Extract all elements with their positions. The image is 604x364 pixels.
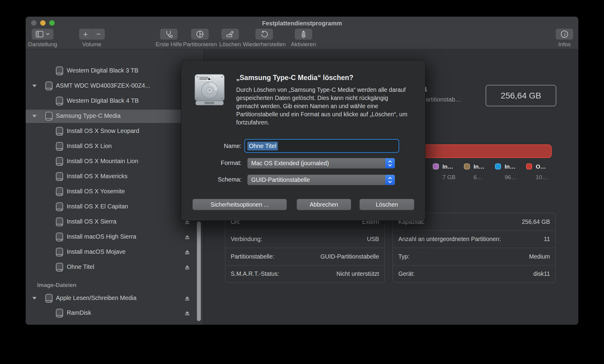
info-value: 256,64 GB [522, 218, 550, 225]
erase-toolbar-button[interactable] [221, 29, 239, 40]
restore-button[interactable] [255, 29, 273, 40]
view-button[interactable] [32, 29, 53, 40]
screenshot-stage: Festplattendienstprogramm Darstellung + … [0, 0, 604, 364]
hard-disk-icon [194, 74, 225, 107]
drive-icon [55, 232, 64, 242]
erase-toolbar-label: Löschen [219, 41, 241, 48]
sidebar-section-header: Image-Dateien [37, 282, 76, 288]
sidebar-item[interactable]: Install OS X El Capitan [26, 200, 198, 214]
remove-volume-button[interactable]: − [92, 29, 105, 40]
sidebar-item[interactable]: ASMT WDC WD4003FZEX-00Z4... [26, 79, 198, 93]
sidebar: Western Digital Black 3 TB [26, 49, 198, 325]
sidebar-item[interactable]: RamDisk [26, 307, 198, 320]
format-select[interactable]: Mac OS Extended (journaled) [247, 158, 395, 169]
drive-icon [55, 202, 64, 212]
sidebar-item-label: Install OS X Lion [67, 143, 112, 150]
info-label: Typ: [398, 253, 410, 260]
eject-icon[interactable] [185, 311, 190, 316]
legend-item: In… 7 GB [433, 163, 455, 181]
sidebar-item[interactable]: Install macOS High Sierra [26, 230, 198, 244]
info-label: S.M.A.R.T.-Status: [231, 270, 279, 277]
sidebar-item-label: ASMT WDC WD4003FZEX-00Z4... [56, 82, 150, 89]
schema-select[interactable]: GUID-Partitionstabelle [247, 175, 395, 185]
sidebar-item-label: Western DIgital Black 4 TB [67, 97, 139, 104]
svg-text:i: i [564, 31, 566, 37]
drive-icon [55, 127, 64, 136]
view-label: Darstellung [28, 41, 57, 48]
sidebar-item[interactable]: Samsung Type-C Media [26, 110, 198, 123]
sidebar-item[interactable]: Western DIgital Black 4 TB [26, 95, 198, 108]
disclosure-triangle-icon[interactable] [32, 85, 37, 88]
info-label: Partitionstabelle: [231, 253, 274, 260]
name-field-label: Name: [193, 143, 242, 150]
device-subtitle-fragment: artitionstab… [426, 96, 461, 103]
legend-label: O… [536, 163, 546, 170]
drive-icon [55, 172, 64, 182]
legend-swatch [526, 163, 532, 169]
restore-icon [261, 31, 268, 38]
drive-icon [55, 66, 64, 76]
partition-label: Partitionieren [183, 41, 217, 48]
first-aid-button[interactable] [160, 29, 178, 40]
sidebar-item[interactable]: Install OS X Mavericks [26, 170, 198, 183]
name-input[interactable]: Ohne Titel [244, 139, 399, 153]
legend-value: 7 GB [442, 174, 455, 181]
erase-confirm-button[interactable]: Löschen [359, 199, 414, 210]
drive-icon [55, 263, 64, 272]
info-value: disk11 [533, 270, 550, 277]
sidebar-item-label: Install OS X Mavericks [67, 173, 127, 180]
sidebar-item[interactable]: Install macOS Mojave [26, 246, 198, 259]
erase-icon [226, 31, 234, 38]
sidebar-item[interactable]: Western Digital Black 3 TB [26, 64, 198, 78]
info-value: Medium [529, 253, 550, 260]
sidebar-item[interactable]: Apple Lesen/Schreiben Media [26, 292, 198, 305]
eject-icon[interactable] [185, 250, 190, 255]
disclosure-triangle-icon[interactable] [32, 297, 37, 300]
sidebar-item[interactable]: Install OS X Mountain Lion [26, 155, 198, 168]
legend-value: 10… [536, 174, 548, 181]
legend-item: O… 10… [526, 163, 548, 181]
volume-label: Volume [82, 41, 101, 48]
format-field-label: Format: [193, 159, 242, 166]
drive-icon [55, 157, 64, 166]
eject-icon[interactable] [185, 235, 190, 240]
disclosure-triangle-icon[interactable] [32, 115, 37, 118]
sidebar-item-label: Install macOS High Sierra [67, 233, 136, 240]
legend-label: In… [474, 163, 484, 170]
legend-label: In… [505, 163, 516, 170]
info-value: 11 [544, 236, 550, 243]
legend-value: 96… [505, 174, 517, 181]
info-value: USB [367, 236, 379, 243]
mount-button[interactable] [295, 29, 312, 40]
legend-swatch [495, 163, 501, 169]
sidebar-item-label: Install OS X El Capitan [67, 203, 128, 210]
sidebar-scrollbar[interactable] [197, 221, 201, 321]
sidebar-item[interactable]: Ohne Titel [26, 261, 198, 274]
info-icon: i [561, 30, 568, 38]
name-input-selected-text: Ohne Titel [247, 142, 278, 150]
eject-icon[interactable] [185, 296, 190, 301]
window-title: Festplattendienstprogramm [26, 17, 578, 30]
partition-button[interactable] [191, 29, 209, 40]
info-label: Anzahl an untergeordneten Partitionen: [398, 236, 501, 243]
eject-icon[interactable] [185, 265, 190, 270]
capacity-badge: 256,64 GB [486, 85, 556, 106]
add-volume-button[interactable]: + [79, 29, 92, 40]
sidebar-item[interactable]: Install OS X Sierra [26, 215, 198, 229]
cancel-button[interactable]: Abbrechen [297, 199, 351, 210]
dialog-body-text: Durch Löschen von „Samsung Type-C Media“… [236, 86, 412, 127]
sidebar-item[interactable]: Install OS X Yosemite [26, 185, 198, 198]
volume-segment: + − [79, 29, 105, 40]
sidebar-item-label: Apple Lesen/Schreiben Media [56, 295, 137, 301]
sidebar-item-label: Install OS X Snow Leopard [67, 127, 139, 134]
sidebar-item-label: Install OS X Sierra [67, 218, 117, 225]
drive-icon [44, 81, 53, 91]
legend-item: In… 96… [495, 163, 517, 181]
disk-utility-window: Festplattendienstprogramm Darstellung + … [26, 17, 578, 325]
legend-swatch [433, 163, 439, 169]
security-options-button[interactable]: Sicherheitsoptionen ... [192, 199, 287, 210]
sidebar-item[interactable]: Install OS X Snow Leopard [26, 125, 198, 138]
info-button[interactable]: i [556, 29, 573, 40]
sidebar-item-label: RamDisk [67, 309, 91, 316]
sidebar-item[interactable]: Install OS X Lion [26, 140, 198, 153]
